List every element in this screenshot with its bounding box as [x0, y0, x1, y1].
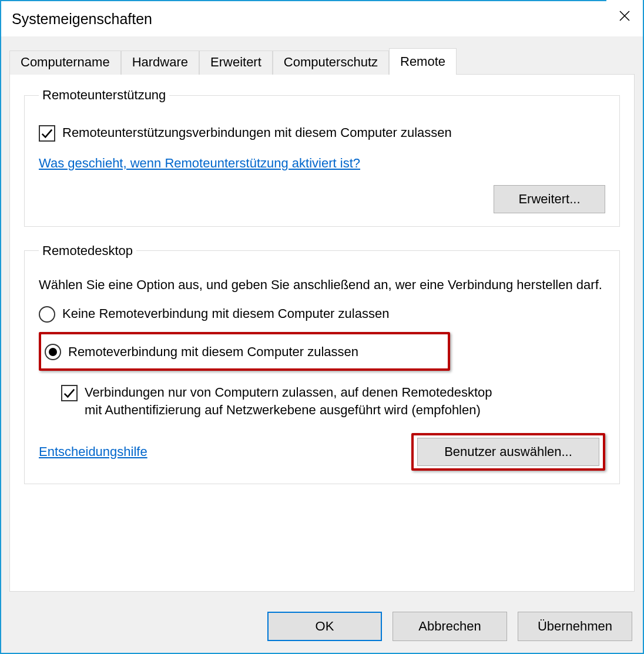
checkbox-allow-remote-assistance[interactable] [39, 125, 55, 142]
close-icon [619, 10, 630, 22]
highlight-allow-remote: Remoteverbindung mit diesem Computer zul… [39, 332, 450, 371]
checkmark-icon [41, 127, 53, 140]
group-remote-assistance-legend: Remoteunterstützung [39, 88, 169, 103]
ok-button[interactable]: OK [267, 612, 382, 641]
link-remote-assistance-help[interactable]: Was geschieht, wenn Remoteunterstützung … [39, 155, 360, 172]
system-properties-dialog: Systemeigenschaften Computername Hardwar… [0, 0, 644, 654]
tab-computername[interactable]: Computername [9, 51, 121, 75]
checkbox-allow-remote-assistance-row[interactable]: Remoteunterstützungsverbindungen mit die… [39, 124, 605, 142]
cancel-button[interactable]: Abbrechen [393, 612, 507, 641]
radio-allow-remote-label: Remoteverbindung mit diesem Computer zul… [68, 343, 358, 361]
tabstrip: Computername Hardware Erweitert Computer… [9, 51, 635, 75]
link-decision-help[interactable]: Entscheidungshilfe [39, 444, 147, 460]
select-users-button[interactable]: Benutzer auswählen... [417, 438, 599, 466]
radio-allow-remote[interactable] [45, 344, 61, 360]
checkbox-nla[interactable] [61, 385, 78, 401]
apply-button[interactable]: Übernehmen [518, 612, 632, 641]
dialog-button-row: OK Abbrechen Übernehmen [1, 600, 643, 653]
group-remote-assistance: Remoteunterstützung Remoteunterstützungs… [24, 88, 620, 227]
advanced-button[interactable]: Erweitert... [494, 185, 605, 213]
checkbox-nla-row[interactable]: Verbindungen nur von Computern zulassen,… [61, 384, 605, 418]
dialog-body: Computername Hardware Erweitert Computer… [1, 36, 643, 600]
radio-deny-remote-label: Keine Remoteverbindung mit diesem Comput… [62, 305, 389, 323]
checkmark-icon [63, 387, 76, 400]
remote-desktop-intro: Wählen Sie eine Option aus, und geben Si… [39, 276, 605, 294]
close-button[interactable] [606, 0, 643, 33]
tab-content-remote: Remoteunterstützung Remoteunterstützungs… [9, 74, 635, 592]
radio-deny-remote[interactable] [39, 306, 55, 323]
radio-deny-remote-row[interactable]: Keine Remoteverbindung mit diesem Comput… [39, 305, 605, 323]
tab-erweitert[interactable]: Erweitert [199, 51, 273, 75]
checkbox-nla-label: Verbindungen nur von Computern zulassen,… [85, 384, 496, 418]
highlight-select-users: Benutzer auswählen... [411, 433, 605, 471]
checkbox-allow-remote-assistance-label: Remoteunterstützungsverbindungen mit die… [62, 124, 452, 142]
group-remote-desktop: Remotedesktop Wählen Sie eine Option aus… [24, 243, 620, 484]
tab-computerschutz[interactable]: Computerschutz [273, 51, 389, 75]
window-title: Systemeigenschaften [12, 11, 152, 28]
tab-remote[interactable]: Remote [389, 48, 457, 75]
group-remote-desktop-legend: Remotedesktop [39, 243, 136, 259]
tab-hardware[interactable]: Hardware [121, 51, 199, 75]
titlebar: Systemeigenschaften [1, 1, 643, 36]
